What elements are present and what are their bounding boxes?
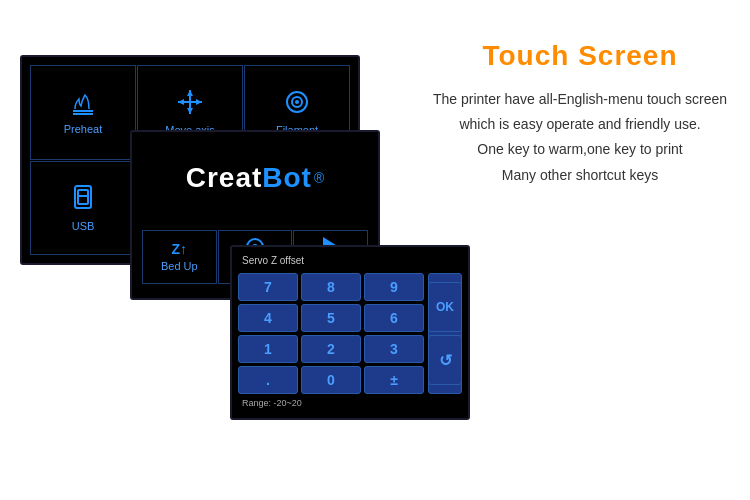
key-4[interactable]: 4	[238, 304, 298, 332]
page-title: Touch Screen	[482, 40, 677, 72]
creat-part: Creat	[186, 162, 263, 193]
registered-mark: ®	[314, 170, 324, 186]
svg-marker-6	[178, 99, 184, 105]
key-dot[interactable]: .	[238, 366, 298, 394]
cell-bedup[interactable]: Z↑ Bed Up	[142, 230, 217, 284]
refresh-button[interactable]: ↺	[428, 335, 462, 385]
bedup-icon: Z↑	[172, 242, 188, 256]
svg-point-10	[295, 100, 299, 104]
key-plusminus[interactable]: ±	[364, 366, 424, 394]
cell-preheat[interactable]: Preheat	[30, 65, 136, 160]
desc-line-4: Many other shortcut keys	[433, 163, 727, 188]
key-2[interactable]: 2	[301, 335, 361, 363]
key-1[interactable]: 1	[238, 335, 298, 363]
bedup-label: Bed Up	[161, 260, 198, 272]
key-6[interactable]: 6	[364, 304, 424, 332]
key-9[interactable]: 9	[364, 273, 424, 301]
screens-area: Preheat Move axis	[0, 0, 420, 500]
preheat-label: Preheat	[64, 123, 103, 135]
usb-icon	[71, 184, 95, 216]
desc-line-2: which is easy operate and friendly use.	[433, 112, 727, 137]
desc-line-1: The printer have all-English-menu touch …	[433, 87, 727, 112]
screen3-keypad: Servo Z offset 7 8 9 4 5 6 1 2 3 . 0 ±	[230, 245, 470, 420]
svg-marker-7	[196, 99, 202, 105]
key-7[interactable]: 7	[238, 273, 298, 301]
keypad-grid: 7 8 9 4 5 6 1 2 3 . 0 ±	[238, 273, 424, 394]
usb-label: USB	[72, 220, 95, 232]
cell-usb[interactable]: USB	[30, 161, 136, 256]
creatbot-logo: CreatBot ®	[186, 162, 325, 194]
svg-marker-5	[187, 108, 193, 114]
key-3[interactable]: 3	[364, 335, 424, 363]
main-container: Preheat Move axis	[0, 0, 750, 500]
screen3-footer: Range: -20~20	[238, 397, 462, 409]
keypad-container: 7 8 9 4 5 6 1 2 3 . 0 ± OK ↺	[238, 273, 462, 394]
svg-marker-4	[187, 90, 193, 96]
filament-icon	[283, 88, 311, 120]
bot-part: Bot	[262, 162, 312, 193]
heat-icon	[69, 89, 97, 119]
ok-button[interactable]: OK	[428, 282, 462, 332]
key-0[interactable]: 0	[301, 366, 361, 394]
key-5[interactable]: 5	[301, 304, 361, 332]
creatbot-text: CreatBot	[186, 162, 312, 194]
desc-line-3: One key to warm,one key to print	[433, 137, 727, 162]
screen3-header: Servo Z offset	[238, 253, 462, 268]
ok-refresh-col: OK ↺	[428, 273, 462, 394]
description: The printer have all-English-menu touch …	[433, 87, 727, 188]
key-8[interactable]: 8	[301, 273, 361, 301]
move-icon	[176, 88, 204, 120]
